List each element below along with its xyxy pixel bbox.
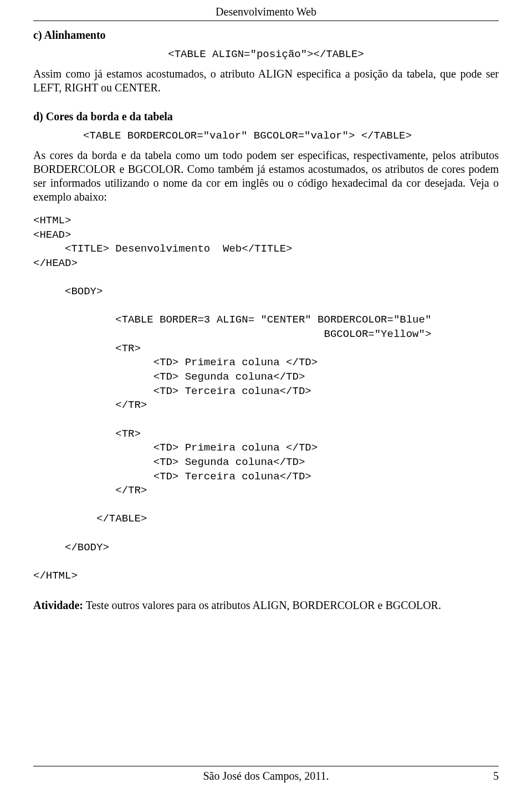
footer-row: São José dos Campos, 2011. 5 [33, 770, 499, 782]
footer-left-spacer [33, 770, 55, 782]
activity-line: Atividade: Teste outros valores para os … [33, 599, 499, 612]
footer-rule [33, 766, 499, 766]
section-c-code: <TABLE ALIGN="posição"></TABLE> [33, 48, 499, 60]
page-header-title: Desenvolvimento Web [33, 0, 499, 21]
activity-label: Atividade: [33, 599, 83, 611]
page: Desenvolvimento Web c) Alinhamento <TABL… [0, 0, 532, 798]
footer-page-number: 5 [477, 770, 499, 782]
header-rule [33, 21, 499, 21]
page-footer: São José dos Campos, 2011. 5 [33, 766, 499, 782]
example-code-block: <HTML> <HEAD> <TITLE> Desenvolvimento We… [33, 214, 499, 584]
section-d-heading: d) Cores da borda e da tabela [33, 110, 499, 123]
section-d-paragraph: As cores da borda e da tabela como um to… [33, 149, 499, 204]
activity-text: Teste outros valores para os atributos A… [83, 599, 441, 611]
section-c-heading: c) Alinhamento [33, 29, 499, 42]
section-c-paragraph: Assim como já estamos acostumados, o atr… [33, 67, 499, 95]
footer-center-text: São José dos Campos, 2011. [55, 770, 477, 782]
section-d-code: <TABLE BORDERCOLOR="valor" BGCOLOR="valo… [83, 130, 499, 142]
